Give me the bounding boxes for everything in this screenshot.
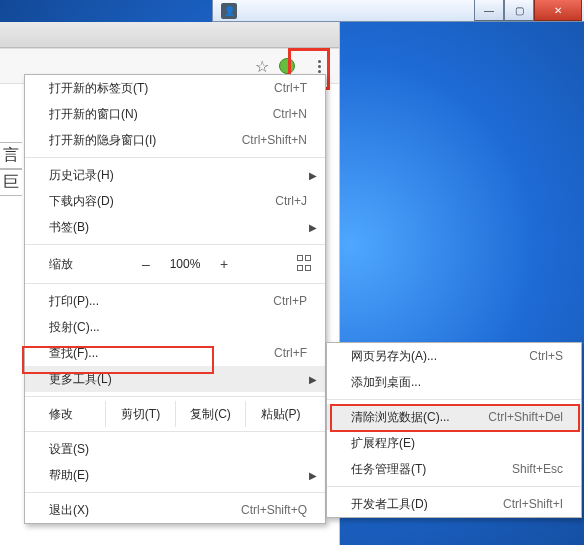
menu-item-new-tab[interactable]: 打开新的标签页(T)Ctrl+T — [25, 75, 325, 101]
zoom-in-button[interactable]: + — [207, 256, 241, 272]
more-tools-submenu: 网页另存为(A)...Ctrl+S 添加到桌面... 清除浏览数据(C)...C… — [326, 342, 582, 518]
paste-button[interactable]: 粘贴(P) — [245, 401, 315, 427]
menu-item-zoom: 缩放 – 100% + — [25, 249, 325, 279]
zoom-out-button[interactable]: – — [129, 256, 163, 272]
menu-item-new-window[interactable]: 打开新的窗口(N)Ctrl+N — [25, 101, 325, 127]
chrome-main-menu: 打开新的标签页(T)Ctrl+T 打开新的窗口(N)Ctrl+N 打开新的隐身窗… — [24, 74, 326, 524]
submenu-item-save-as[interactable]: 网页另存为(A)...Ctrl+S — [327, 343, 581, 369]
close-button[interactable]: ✕ — [534, 0, 582, 21]
menu-item-exit[interactable]: 退出(X)Ctrl+Shift+Q — [25, 497, 325, 523]
copy-button[interactable]: 复制(C) — [175, 401, 245, 427]
submenu-arrow-icon: ▶ — [309, 170, 317, 181]
menu-item-bookmarks[interactable]: 书签(B)▶ — [25, 214, 325, 240]
menu-item-more-tools[interactable]: 更多工具(L)▶ — [25, 366, 325, 392]
menu-item-edit: 修改 剪切(T) 复制(C) 粘贴(P) — [25, 401, 325, 427]
submenu-arrow-icon: ▶ — [309, 470, 317, 481]
submenu-item-dev-tools[interactable]: 开发者工具(D)Ctrl+Shift+I — [327, 491, 581, 517]
menu-item-help[interactable]: 帮助(E)▶ — [25, 462, 325, 488]
minimize-button[interactable]: — — [474, 0, 504, 21]
menu-separator — [25, 396, 325, 397]
bookmark-star-icon[interactable]: ☆ — [255, 57, 269, 76]
zoom-percent: 100% — [163, 257, 207, 271]
menu-item-downloads[interactable]: 下载内容(D)Ctrl+J — [25, 188, 325, 214]
menu-separator — [327, 486, 581, 487]
menu-separator — [25, 157, 325, 158]
submenu-item-extensions[interactable]: 扩展程序(E) — [327, 430, 581, 456]
caption-buttons: — ▢ ✕ — [474, 0, 584, 21]
submenu-arrow-icon: ▶ — [309, 374, 317, 385]
submenu-item-task-manager[interactable]: 任务管理器(T)Shift+Esc — [327, 456, 581, 482]
edit-label: 修改 — [49, 406, 105, 423]
maximize-button[interactable]: ▢ — [504, 0, 534, 21]
extension-globe-icon[interactable] — [279, 58, 295, 74]
cut-button[interactable]: 剪切(T) — [105, 401, 175, 427]
menu-item-print[interactable]: 打印(P)...Ctrl+P — [25, 288, 325, 314]
zoom-label: 缩放 — [49, 256, 129, 273]
fullscreen-icon[interactable] — [297, 255, 315, 273]
window-titlebar: 👤 — ▢ ✕ — [212, 0, 584, 22]
vertical-dots-icon — [318, 58, 321, 75]
page-content-fragment: 言 巨 — [0, 142, 22, 252]
menu-separator — [327, 399, 581, 400]
menu-item-settings[interactable]: 设置(S) — [25, 436, 325, 462]
submenu-arrow-icon: ▶ — [309, 222, 317, 233]
submenu-item-clear-data[interactable]: 清除浏览数据(C)...Ctrl+Shift+Del — [327, 404, 581, 430]
menu-separator — [25, 244, 325, 245]
menu-item-find[interactable]: 查找(F)...Ctrl+F — [25, 340, 325, 366]
menu-separator — [25, 492, 325, 493]
submenu-item-add-desktop[interactable]: 添加到桌面... — [327, 369, 581, 395]
user-profile-chip[interactable]: 👤 — [221, 3, 237, 19]
menu-item-cast[interactable]: 投射(C)... — [25, 314, 325, 340]
menu-item-history[interactable]: 历史记录(H)▶ — [25, 162, 325, 188]
menu-separator — [25, 283, 325, 284]
menu-item-incognito[interactable]: 打开新的隐身窗口(I)Ctrl+Shift+N — [25, 127, 325, 153]
tab-strip — [0, 22, 339, 48]
menu-separator — [25, 431, 325, 432]
